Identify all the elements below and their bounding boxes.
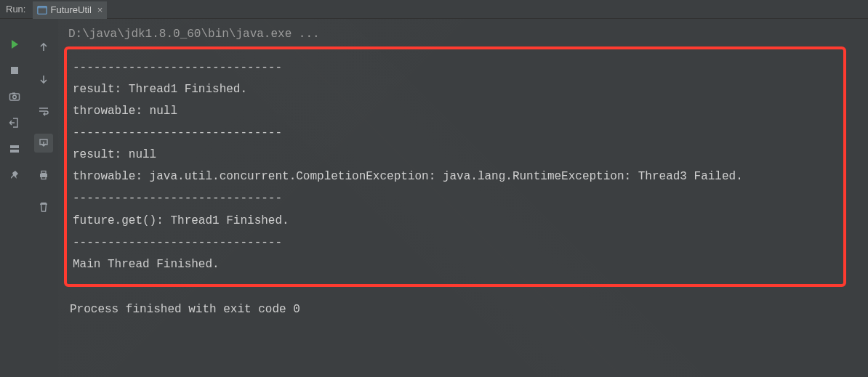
close-icon[interactable]: × (95, 4, 103, 15)
trash-icon[interactable] (34, 198, 53, 216)
run-toolwindow-header: Run: FutureUtil × (0, 0, 868, 19)
run-toolbar-left (0, 19, 29, 377)
console-line: ------------------------------ (73, 122, 836, 144)
run-tab-futureutil[interactable]: FutureUtil × (33, 1, 107, 19)
svg-rect-6 (10, 145, 19, 148)
run-config-icon (37, 5, 47, 15)
console-line: throwable: java.util.concurrent.Completi… (73, 166, 836, 187)
svg-rect-2 (11, 67, 18, 74)
exit-icon[interactable] (8, 116, 21, 129)
run-label: Run: (0, 4, 33, 15)
arrow-up-icon[interactable] (34, 38, 53, 57)
soft-wrap-icon[interactable] (34, 102, 53, 121)
console-line: ------------------------------ (73, 187, 836, 209)
svg-rect-1 (38, 6, 47, 8)
arrow-down-icon[interactable] (34, 70, 53, 89)
layout-icon[interactable] (8, 142, 21, 155)
output-highlight-box: ------------------------------ result: T… (64, 46, 846, 287)
svg-rect-5 (12, 93, 15, 94)
console-line: Main Thread Finished. (73, 254, 836, 275)
print-icon[interactable] (34, 166, 53, 185)
camera-icon[interactable] (8, 90, 21, 103)
console-toolbar (29, 19, 58, 377)
svg-rect-3 (10, 94, 20, 100)
console-line: result: null (73, 144, 836, 166)
console-command-line: D:\java\jdk1.8.0_60\bin\java.exe ... (64, 28, 868, 45)
svg-rect-9 (41, 171, 46, 174)
scroll-to-end-icon[interactable] (34, 134, 53, 153)
console-line: throwable: null (73, 100, 836, 122)
console-line: future.get(): Thread1 Finished. (73, 210, 836, 232)
svg-point-4 (13, 95, 17, 99)
console-line: result: Thread1 Finished. (73, 78, 836, 100)
console-output[interactable]: D:\java\jdk1.8.0_60\bin\java.exe ... ---… (58, 19, 868, 377)
run-tab-label: FutureUtil (50, 4, 91, 15)
stop-icon[interactable] (8, 64, 21, 77)
console-line: ------------------------------ (73, 57, 836, 78)
rerun-icon[interactable] (8, 38, 21, 51)
console-exit-message: Process finished with exit code 0 (64, 293, 868, 316)
pin-icon[interactable] (8, 169, 21, 182)
svg-rect-10 (41, 177, 46, 179)
console-line: ------------------------------ (73, 232, 836, 254)
svg-rect-7 (10, 150, 19, 153)
run-toolwindow-body: D:\java\jdk1.8.0_60\bin\java.exe ... ---… (0, 19, 868, 377)
